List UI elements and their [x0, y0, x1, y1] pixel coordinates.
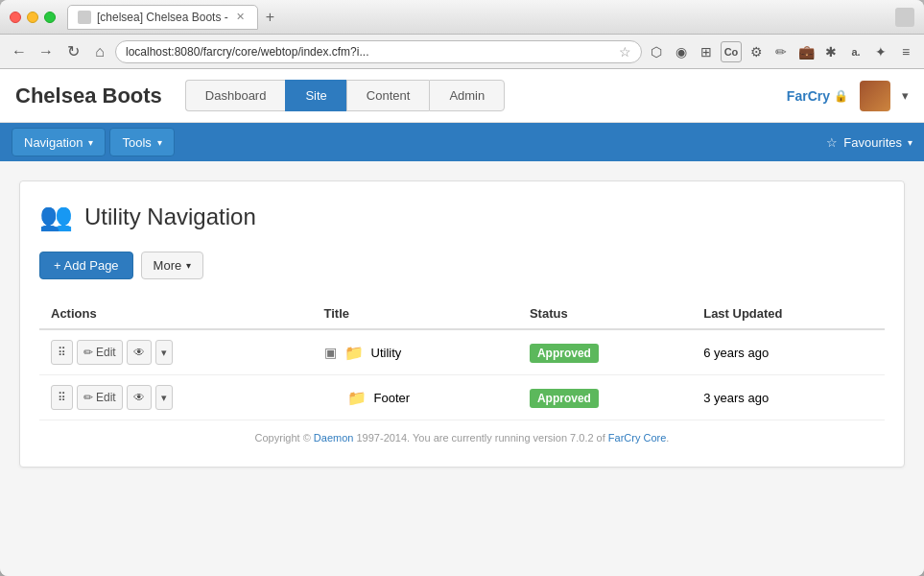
asterisk-icon[interactable]: ✱: [820, 41, 841, 62]
user-avatar-image: [860, 81, 890, 111]
home-button[interactable]: ⌂: [88, 40, 111, 63]
edit-button-2[interactable]: ✏ Edit: [77, 385, 123, 410]
view-button-2[interactable]: 👁: [127, 385, 152, 410]
header-right: FarCry 🔒 ▾: [787, 81, 909, 111]
browser-tab[interactable]: [chelsea] Chelsea Boots - ✕: [67, 5, 258, 30]
tab-label: [chelsea] Chelsea Boots -: [97, 11, 228, 24]
status-cell-1: Approved: [518, 329, 692, 375]
action-bar: + Add Page More ▾: [39, 252, 885, 279]
navigation-caret: ▾: [88, 137, 93, 148]
row-dropdown-2[interactable]: ▾: [155, 385, 173, 410]
user-dropdown-caret[interactable]: ▾: [902, 88, 909, 103]
more-caret: ▾: [186, 260, 191, 271]
updated-cell-1: 6 years ago: [692, 329, 885, 375]
favourites-button[interactable]: ☆ Favourites ▾: [826, 135, 912, 150]
main-content: 👥 Utility Navigation + Add Page More ▾: [0, 161, 924, 576]
view-button-1[interactable]: 👁: [127, 340, 152, 365]
footer-period: .: [666, 432, 669, 444]
table-header-row: Actions Title Status Last Updated: [39, 299, 885, 329]
app-logo: Chelsea Boots: [15, 84, 162, 108]
status-badge-2: Approved: [530, 389, 599, 408]
page-title-row: 👥 Utility Navigation: [39, 201, 885, 232]
bookmark-icon[interactable]: ☆: [619, 44, 631, 60]
user-avatar[interactable]: [860, 81, 890, 111]
a-icon[interactable]: a.: [845, 41, 866, 62]
actions-cell-1: ⠿ ✏ Edit 👁 ▾: [39, 329, 313, 375]
footer-product-link[interactable]: FarCry Core: [608, 432, 667, 444]
tab-bar: [chelsea] Chelsea Boots - ✕ +: [67, 5, 895, 30]
browser-toolbar-icons: ⬡ ◉ ⊞ Co ⚙ ✏ 💼 ✱ a. ✦ ≡: [646, 41, 916, 62]
maximize-button[interactable]: [44, 12, 56, 23]
table-body: ⠿ ✏ Edit 👁 ▾: [39, 329, 885, 420]
edit-label-2: Edit: [96, 391, 116, 404]
favourites-label: Favourites: [843, 135, 902, 150]
grid-button-1[interactable]: ⠿: [51, 340, 73, 365]
traffic-lights: [10, 12, 56, 23]
blue-toolbar: Navigation ▾ Tools ▾ ☆ Favourites ▾: [0, 123, 924, 161]
add-page-button[interactable]: + Add Page: [39, 252, 133, 279]
title-cell-inner-2: 📁 Footer: [324, 389, 507, 407]
new-tab-button[interactable]: +: [262, 9, 278, 26]
footer-copyright-text: Copyright ©: [255, 432, 314, 444]
table-row: ⠿ ✏ Edit 👁 ▾: [39, 375, 885, 420]
col-title: Title: [313, 299, 518, 329]
navigation-dropdown-button[interactable]: Navigation ▾: [12, 128, 106, 156]
address-text: localhost:8080/farcry/core/webtop/index.…: [126, 45, 619, 59]
briefcase-icon[interactable]: 💼: [795, 41, 817, 62]
col-status: Status: [518, 299, 692, 329]
extensions-icon[interactable]: ⬡: [646, 41, 667, 62]
col-actions: Actions: [39, 299, 313, 329]
reload-button[interactable]: ↻: [61, 40, 84, 63]
row-title-1: Utility: [371, 346, 402, 360]
nav-content[interactable]: Content: [346, 80, 430, 111]
title-bar: [chelsea] Chelsea Boots - ✕ +: [0, 0, 924, 35]
col-last-updated: Last Updated: [692, 299, 885, 329]
actions-cell-inner-1: ⠿ ✏ Edit 👁 ▾: [51, 340, 301, 365]
window-resize-icon: [895, 8, 914, 27]
main-nav: Dashboard Site Content Admin: [185, 80, 787, 111]
page-title: Utility Navigation: [84, 204, 256, 230]
grid-button-2[interactable]: ⠿: [51, 385, 73, 410]
title-cell-inner-1: ▣ 📁 Utility: [324, 344, 507, 362]
edit-pencil-icon: ✏: [83, 346, 93, 359]
edit-pencil-icon-2: ✏: [83, 391, 93, 404]
nav-site[interactable]: Site: [285, 80, 345, 111]
layers-icon[interactable]: ⊞: [696, 41, 717, 62]
menu-icon[interactable]: ≡: [895, 41, 916, 62]
close-button[interactable]: [10, 12, 21, 23]
edit-button-1[interactable]: ✏ Edit: [77, 340, 123, 365]
back-button[interactable]: ←: [8, 40, 31, 63]
app-content: Chelsea Boots Dashboard Site Content Adm…: [0, 69, 924, 576]
farcry-logo: FarCry 🔒: [787, 88, 848, 104]
edit-label-1: Edit: [96, 346, 116, 359]
nav-dashboard[interactable]: Dashboard: [185, 80, 286, 111]
tools-dropdown-button[interactable]: Tools ▾: [109, 128, 174, 156]
favourites-star: ☆: [826, 135, 838, 150]
table-head: Actions Title Status Last Updated: [39, 299, 885, 329]
minimize-button[interactable]: [27, 12, 38, 23]
page-title-icon: 👥: [39, 201, 73, 232]
row-dropdown-1[interactable]: ▾: [155, 340, 173, 365]
social-icon[interactable]: ✦: [870, 41, 891, 62]
tab-close-icon[interactable]: ✕: [234, 11, 248, 24]
circle-icon[interactable]: ◉: [671, 41, 692, 62]
tools-label: Tools: [122, 135, 151, 150]
pencil-icon[interactable]: ✏: [770, 41, 792, 62]
data-table: Actions Title Status Last Updated ⠿: [39, 299, 885, 420]
more-button[interactable]: More ▾: [141, 252, 204, 279]
page-small-icon-1: ▣: [324, 345, 337, 360]
footer-company-link[interactable]: Daemon: [314, 432, 354, 444]
row-title-2: Footer: [374, 391, 411, 405]
gear-icon[interactable]: ⚙: [746, 41, 767, 62]
status-cell-2: Approved: [518, 375, 692, 420]
nav-admin[interactable]: Admin: [429, 80, 505, 111]
folder-icon-2: 📁: [347, 389, 367, 407]
status-badge-1: Approved: [530, 344, 599, 363]
navigation-label: Navigation: [24, 135, 83, 150]
co-icon[interactable]: Co: [721, 41, 742, 62]
address-bar[interactable]: localhost:8080/farcry/core/webtop/index.…: [115, 40, 642, 63]
forward-button[interactable]: →: [35, 40, 58, 63]
updated-cell-2: 3 years ago: [692, 375, 885, 420]
more-label: More: [154, 258, 182, 273]
table-row: ⠿ ✏ Edit 👁 ▾: [39, 329, 885, 375]
